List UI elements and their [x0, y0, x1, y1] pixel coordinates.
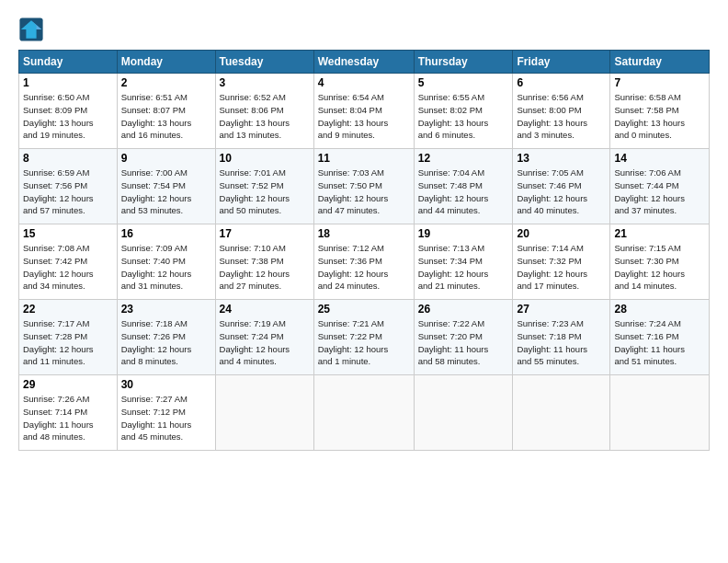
calendar-week-5: 29Sunrise: 7:26 AM Sunset: 7:14 PM Dayli…: [19, 375, 710, 451]
calendar-week-1: 1Sunrise: 6:50 AM Sunset: 8:09 PM Daylig…: [19, 74, 710, 149]
day-info: Sunrise: 7:01 AM Sunset: 7:52 PM Dayligh…: [220, 167, 310, 217]
calendar-cell: 30Sunrise: 7:27 AM Sunset: 7:12 PM Dayli…: [117, 375, 215, 451]
calendar-cell: [513, 375, 610, 451]
day-number: 15: [23, 227, 113, 240]
day-number: 11: [318, 152, 410, 165]
day-number: 19: [418, 227, 509, 240]
calendar-cell: 19Sunrise: 7:13 AM Sunset: 7:34 PM Dayli…: [414, 224, 513, 300]
calendar-cell: 9Sunrise: 7:00 AM Sunset: 7:54 PM Daylig…: [117, 149, 215, 224]
calendar-cell: 14Sunrise: 7:06 AM Sunset: 7:44 PM Dayli…: [610, 149, 710, 224]
day-number: 24: [220, 303, 310, 316]
calendar-cell: 26Sunrise: 7:22 AM Sunset: 7:20 PM Dayli…: [414, 300, 513, 375]
day-number: 23: [121, 303, 211, 316]
day-number: 25: [318, 303, 410, 316]
day-number: 12: [418, 152, 509, 165]
day-number: 10: [220, 152, 310, 165]
day-info: Sunrise: 7:09 AM Sunset: 7:40 PM Dayligh…: [121, 242, 211, 293]
day-number: 17: [220, 227, 310, 240]
day-number: 1: [23, 76, 113, 89]
calendar-cell: 6Sunrise: 6:56 AM Sunset: 8:00 PM Daylig…: [513, 74, 610, 149]
calendar-cell: 8Sunrise: 6:59 AM Sunset: 7:56 PM Daylig…: [19, 149, 118, 224]
weekday-header-monday: Monday: [117, 51, 215, 74]
day-info: Sunrise: 7:17 AM Sunset: 7:28 PM Dayligh…: [23, 317, 113, 368]
day-info: Sunrise: 7:08 AM Sunset: 7:42 PM Dayligh…: [23, 242, 113, 293]
day-info: Sunrise: 7:03 AM Sunset: 7:50 PM Dayligh…: [318, 167, 410, 217]
day-info: Sunrise: 7:22 AM Sunset: 7:20 PM Dayligh…: [418, 317, 509, 368]
day-number: 4: [318, 76, 410, 89]
calendar-cell: 1Sunrise: 6:50 AM Sunset: 8:09 PM Daylig…: [19, 74, 118, 149]
calendar-cell: 2Sunrise: 6:51 AM Sunset: 8:07 PM Daylig…: [117, 74, 215, 149]
day-number: 16: [121, 227, 211, 240]
calendar-cell: 29Sunrise: 7:26 AM Sunset: 7:14 PM Dayli…: [19, 375, 118, 451]
calendar-week-3: 15Sunrise: 7:08 AM Sunset: 7:42 PM Dayli…: [19, 224, 710, 300]
day-info: Sunrise: 7:14 AM Sunset: 7:32 PM Dayligh…: [517, 242, 606, 293]
calendar-cell: 7Sunrise: 6:58 AM Sunset: 7:58 PM Daylig…: [610, 74, 710, 149]
calendar-cell: [215, 375, 313, 451]
day-number: 7: [614, 76, 705, 89]
day-number: 27: [517, 303, 606, 316]
day-info: Sunrise: 7:24 AM Sunset: 7:16 PM Dayligh…: [614, 317, 705, 368]
weekday-header-row: SundayMondayTuesdayWednesdayThursdayFrid…: [19, 51, 710, 74]
calendar-table: SundayMondayTuesdayWednesdayThursdayFrid…: [18, 50, 710, 451]
calendar-cell: 4Sunrise: 6:54 AM Sunset: 8:04 PM Daylig…: [313, 74, 414, 149]
calendar-cell: 25Sunrise: 7:21 AM Sunset: 7:22 PM Dayli…: [313, 300, 414, 375]
calendar-cell: [610, 375, 710, 451]
day-info: Sunrise: 6:55 AM Sunset: 8:02 PM Dayligh…: [418, 91, 509, 142]
calendar-cell: 13Sunrise: 7:05 AM Sunset: 7:46 PM Dayli…: [513, 149, 610, 224]
calendar-cell: 10Sunrise: 7:01 AM Sunset: 7:52 PM Dayli…: [215, 149, 313, 224]
day-info: Sunrise: 7:13 AM Sunset: 7:34 PM Dayligh…: [418, 242, 509, 293]
day-info: Sunrise: 7:23 AM Sunset: 7:18 PM Dayligh…: [517, 317, 606, 368]
calendar-cell: 3Sunrise: 6:52 AM Sunset: 8:06 PM Daylig…: [215, 74, 313, 149]
calendar-cell: [414, 375, 513, 451]
day-number: 2: [121, 76, 211, 89]
day-number: 3: [220, 76, 310, 89]
day-number: 30: [121, 378, 211, 391]
calendar-week-2: 8Sunrise: 6:59 AM Sunset: 7:56 PM Daylig…: [19, 149, 710, 224]
weekday-header-thursday: Thursday: [414, 51, 513, 74]
day-number: 29: [23, 378, 113, 391]
day-info: Sunrise: 7:15 AM Sunset: 7:30 PM Dayligh…: [614, 242, 705, 293]
day-info: Sunrise: 6:52 AM Sunset: 8:06 PM Dayligh…: [220, 91, 310, 142]
weekday-header-sunday: Sunday: [19, 51, 118, 74]
calendar-cell: 12Sunrise: 7:04 AM Sunset: 7:48 PM Dayli…: [414, 149, 513, 224]
calendar-week-4: 22Sunrise: 7:17 AM Sunset: 7:28 PM Dayli…: [19, 300, 710, 375]
header: [18, 17, 710, 42]
day-info: Sunrise: 7:18 AM Sunset: 7:26 PM Dayligh…: [121, 317, 211, 368]
day-info: Sunrise: 7:27 AM Sunset: 7:12 PM Dayligh…: [121, 393, 211, 443]
logo: [18, 17, 46, 42]
calendar-cell: 27Sunrise: 7:23 AM Sunset: 7:18 PM Dayli…: [513, 300, 610, 375]
calendar-cell: 5Sunrise: 6:55 AM Sunset: 8:02 PM Daylig…: [414, 74, 513, 149]
weekday-header-wednesday: Wednesday: [313, 51, 414, 74]
day-number: 21: [614, 227, 705, 240]
weekday-header-friday: Friday: [513, 51, 610, 74]
calendar-cell: 24Sunrise: 7:19 AM Sunset: 7:24 PM Dayli…: [215, 300, 313, 375]
calendar-cell: 22Sunrise: 7:17 AM Sunset: 7:28 PM Dayli…: [19, 300, 118, 375]
day-number: 14: [614, 152, 705, 165]
day-info: Sunrise: 7:06 AM Sunset: 7:44 PM Dayligh…: [614, 167, 705, 217]
day-info: Sunrise: 6:56 AM Sunset: 8:00 PM Dayligh…: [517, 91, 606, 142]
calendar-cell: [313, 375, 414, 451]
page: SundayMondayTuesdayWednesdayThursdayFrid…: [0, 0, 728, 460]
day-number: 6: [517, 76, 606, 89]
calendar-cell: 17Sunrise: 7:10 AM Sunset: 7:38 PM Dayli…: [215, 224, 313, 300]
weekday-header-tuesday: Tuesday: [215, 51, 313, 74]
day-info: Sunrise: 6:50 AM Sunset: 8:09 PM Dayligh…: [23, 91, 113, 142]
day-number: 26: [418, 303, 509, 316]
calendar-cell: 21Sunrise: 7:15 AM Sunset: 7:30 PM Dayli…: [610, 224, 710, 300]
calendar-cell: 15Sunrise: 7:08 AM Sunset: 7:42 PM Dayli…: [19, 224, 118, 300]
calendar-cell: 20Sunrise: 7:14 AM Sunset: 7:32 PM Dayli…: [513, 224, 610, 300]
day-info: Sunrise: 6:51 AM Sunset: 8:07 PM Dayligh…: [121, 91, 211, 142]
weekday-header-saturday: Saturday: [610, 51, 710, 74]
day-number: 8: [23, 152, 113, 165]
day-info: Sunrise: 7:19 AM Sunset: 7:24 PM Dayligh…: [220, 317, 310, 368]
day-info: Sunrise: 7:04 AM Sunset: 7:48 PM Dayligh…: [418, 167, 509, 217]
day-info: Sunrise: 6:54 AM Sunset: 8:04 PM Dayligh…: [318, 91, 410, 142]
day-number: 20: [517, 227, 606, 240]
calendar-cell: 28Sunrise: 7:24 AM Sunset: 7:16 PM Dayli…: [610, 300, 710, 375]
day-number: 5: [418, 76, 509, 89]
calendar-cell: 16Sunrise: 7:09 AM Sunset: 7:40 PM Dayli…: [117, 224, 215, 300]
day-number: 28: [614, 303, 705, 316]
calendar-cell: 23Sunrise: 7:18 AM Sunset: 7:26 PM Dayli…: [117, 300, 215, 375]
day-info: Sunrise: 7:00 AM Sunset: 7:54 PM Dayligh…: [121, 167, 211, 217]
day-info: Sunrise: 7:10 AM Sunset: 7:38 PM Dayligh…: [220, 242, 310, 293]
